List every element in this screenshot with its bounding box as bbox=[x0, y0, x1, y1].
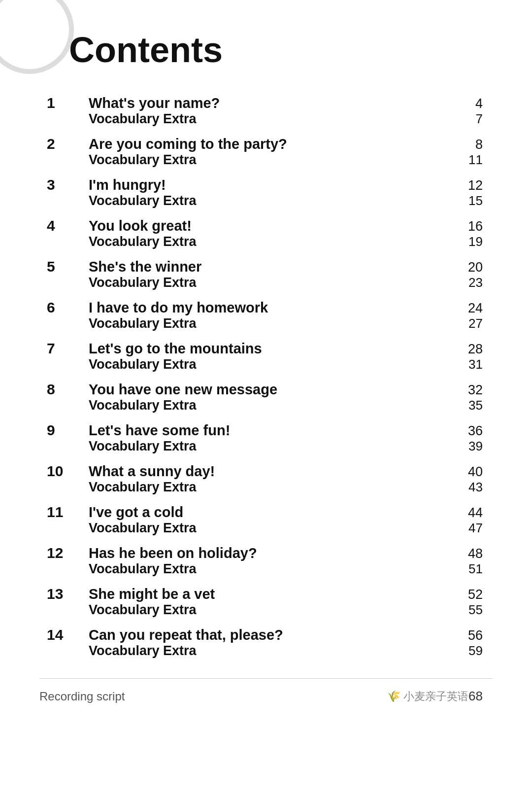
entry-num-6: 6 bbox=[39, 299, 89, 316]
entry-page-6: 24 bbox=[458, 301, 493, 316]
entry-page-12: 48 bbox=[458, 546, 493, 561]
entry-page-9: 36 bbox=[458, 423, 493, 439]
toc-block-1: 1What's your name?4Vocabulary Extra7 bbox=[39, 95, 493, 127]
entry-num-11: 11 bbox=[39, 504, 89, 521]
vocab-page-9: 39 bbox=[458, 439, 493, 454]
entry-title-5: She's the winner bbox=[89, 259, 458, 275]
vocab-page-10: 43 bbox=[458, 480, 493, 495]
vocab-title-12: Vocabulary Extra bbox=[89, 561, 458, 577]
page-title: Contents bbox=[69, 30, 493, 70]
vocab-row-1: Vocabulary Extra7 bbox=[39, 111, 493, 127]
entry-num-14: 14 bbox=[39, 626, 89, 643]
vocab-title-7: Vocabulary Extra bbox=[89, 357, 458, 372]
toc-block-6: 6I have to do my homework24Vocabulary Ex… bbox=[39, 299, 493, 331]
toc-block-9: 9Let's have some fun!36Vocabulary Extra3… bbox=[39, 422, 493, 454]
entry-title-12: Has he been on holiday? bbox=[89, 545, 458, 561]
page-container: Contents 1What's your name?4Vocabulary E… bbox=[0, 0, 532, 800]
entry-page-1: 4 bbox=[458, 96, 493, 111]
toc-block-8: 8You have one new message32Vocabulary Ex… bbox=[39, 381, 493, 413]
vocab-row-7: Vocabulary Extra31 bbox=[39, 357, 493, 372]
vocab-row-13: Vocabulary Extra55 bbox=[39, 602, 493, 618]
toc-block-7: 7Let's go to the mountains28Vocabulary E… bbox=[39, 340, 493, 372]
footer-page-number: 68 bbox=[468, 689, 493, 704]
toc-block-12: 12Has he been on holiday?48Vocabulary Ex… bbox=[39, 545, 493, 577]
vocab-title-10: Vocabulary Extra bbox=[89, 480, 458, 495]
vocab-title-11: Vocabulary Extra bbox=[89, 521, 458, 536]
entry-num-5: 5 bbox=[39, 258, 89, 275]
entry-title-2: Are you coming to the party? bbox=[89, 136, 458, 152]
vocab-page-1: 7 bbox=[458, 111, 493, 127]
vocab-page-14: 59 bbox=[458, 643, 493, 659]
toc-block-11: 11I've got a cold44Vocabulary Extra47 bbox=[39, 504, 493, 536]
vocab-title-2: Vocabulary Extra bbox=[89, 152, 458, 168]
entry-title-9: Let's have some fun! bbox=[89, 422, 458, 439]
entry-num-7: 7 bbox=[39, 340, 89, 357]
vocab-page-6: 27 bbox=[458, 316, 493, 331]
entry-num-4: 4 bbox=[39, 217, 89, 234]
entry-title-13: She might be a vet bbox=[89, 586, 458, 602]
vocab-title-5: Vocabulary Extra bbox=[89, 275, 458, 290]
vocab-title-4: Vocabulary Extra bbox=[89, 234, 458, 249]
vocab-row-3: Vocabulary Extra15 bbox=[39, 193, 493, 209]
entry-num-9: 9 bbox=[39, 422, 89, 439]
entry-num-1: 1 bbox=[39, 95, 89, 111]
vocab-title-13: Vocabulary Extra bbox=[89, 602, 458, 618]
entry-title-3: I'm hungry! bbox=[89, 177, 458, 193]
vocab-page-13: 55 bbox=[458, 602, 493, 618]
vocab-title-6: Vocabulary Extra bbox=[89, 316, 458, 331]
entry-page-10: 40 bbox=[458, 464, 493, 480]
entry-title-4: You look great! bbox=[89, 218, 458, 234]
entry-title-7: Let's go to the mountains bbox=[89, 341, 458, 357]
entry-page-14: 56 bbox=[458, 628, 493, 643]
toc-block-2: 2Are you coming to the party?8Vocabulary… bbox=[39, 136, 493, 168]
toc-row-6: 6I have to do my homework24 bbox=[39, 299, 493, 316]
entry-num-10: 10 bbox=[39, 463, 89, 480]
entry-num-8: 8 bbox=[39, 381, 89, 398]
toc-row-13: 13She might be a vet52 bbox=[39, 586, 493, 602]
vocab-row-9: Vocabulary Extra39 bbox=[39, 439, 493, 454]
entry-page-7: 28 bbox=[458, 342, 493, 357]
entry-num-12: 12 bbox=[39, 545, 89, 561]
entry-num-13: 13 bbox=[39, 586, 89, 602]
entry-page-5: 20 bbox=[458, 260, 493, 275]
toc-block-14: 14Can you repeat that, please?56Vocabula… bbox=[39, 626, 493, 659]
entry-title-11: I've got a cold bbox=[89, 504, 458, 521]
vocab-row-4: Vocabulary Extra19 bbox=[39, 234, 493, 249]
corner-decoration bbox=[0, 0, 74, 74]
vocab-row-8: Vocabulary Extra35 bbox=[39, 398, 493, 413]
toc-row-9: 9Let's have some fun!36 bbox=[39, 422, 493, 439]
vocab-page-11: 47 bbox=[458, 521, 493, 536]
entry-title-10: What a sunny day! bbox=[89, 463, 458, 480]
vocab-row-6: Vocabulary Extra27 bbox=[39, 316, 493, 331]
vocab-row-14: Vocabulary Extra59 bbox=[39, 643, 493, 659]
entry-page-13: 52 bbox=[458, 587, 493, 602]
toc-row-5: 5She's the winner20 bbox=[39, 258, 493, 275]
toc-row-12: 12Has he been on holiday?48 bbox=[39, 545, 493, 561]
toc-row-2: 2Are you coming to the party?8 bbox=[39, 136, 493, 152]
toc-block-10: 10What a sunny day!40Vocabulary Extra43 bbox=[39, 463, 493, 495]
entry-num-3: 3 bbox=[39, 176, 89, 193]
entry-title-6: I have to do my homework bbox=[89, 300, 458, 316]
vocab-title-8: Vocabulary Extra bbox=[89, 398, 458, 413]
toc-row-1: 1What's your name?4 bbox=[39, 95, 493, 111]
entry-title-8: You have one new message bbox=[89, 382, 458, 398]
toc-container: 1What's your name?4Vocabulary Extra72Are… bbox=[39, 95, 493, 659]
vocab-row-2: Vocabulary Extra11 bbox=[39, 152, 493, 168]
toc-row-3: 3I'm hungry!12 bbox=[39, 176, 493, 193]
entry-page-3: 12 bbox=[458, 178, 493, 193]
toc-row-14: 14Can you repeat that, please?56 bbox=[39, 626, 493, 643]
toc-block-5: 5She's the winner20Vocabulary Extra23 bbox=[39, 258, 493, 290]
footer: Recording script 🌾 小麦亲子英语 68 bbox=[39, 678, 493, 704]
entry-title-14: Can you repeat that, please? bbox=[89, 627, 458, 643]
vocab-page-4: 19 bbox=[458, 234, 493, 249]
vocab-title-3: Vocabulary Extra bbox=[89, 193, 458, 209]
vocab-title-9: Vocabulary Extra bbox=[89, 439, 458, 454]
vocab-page-7: 31 bbox=[458, 357, 493, 372]
entry-page-4: 16 bbox=[458, 219, 493, 234]
vocab-row-11: Vocabulary Extra47 bbox=[39, 521, 493, 536]
toc-block-4: 4You look great!16Vocabulary Extra19 bbox=[39, 217, 493, 249]
vocab-title-1: Vocabulary Extra bbox=[89, 111, 458, 127]
toc-row-4: 4You look great!16 bbox=[39, 217, 493, 234]
vocab-page-8: 35 bbox=[458, 398, 493, 413]
toc-row-10: 10What a sunny day!40 bbox=[39, 463, 493, 480]
